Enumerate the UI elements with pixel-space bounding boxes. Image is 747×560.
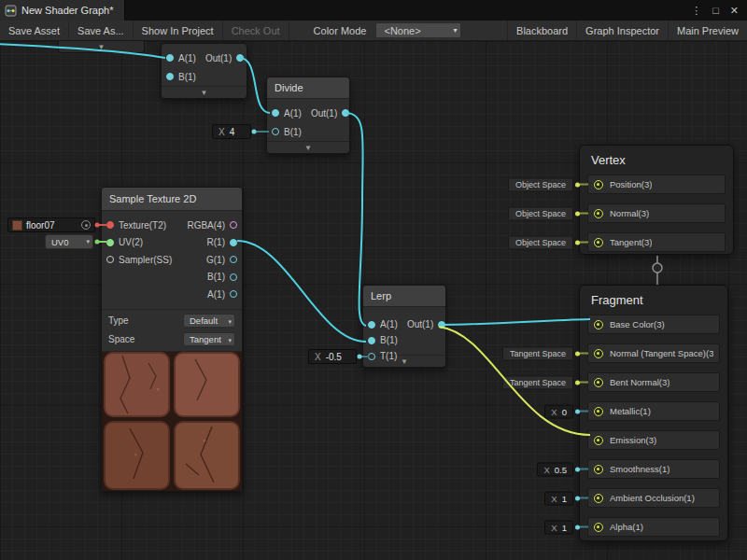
block-title: Vertex [580, 146, 733, 171]
show-in-project-button[interactable]: Show In Project [134, 21, 223, 40]
space-dropdown[interactable]: Object Space [508, 235, 573, 249]
object-picker-icon[interactable] [81, 220, 91, 230]
maximize-icon[interactable]: □ [712, 5, 719, 16]
port-tangent[interactable] [594, 238, 603, 247]
space-dropdown[interactable]: Tangent▾ [183, 332, 235, 346]
node-title[interactable]: Sample Texture 2D [102, 188, 242, 211]
row-label: Emission(3) [610, 435, 656, 445]
blackboard-toggle-button[interactable]: Blackboard [507, 21, 576, 40]
node-partial-top[interactable]: A(1) B(1) Out(1) ▼ [161, 43, 247, 99]
vertex-block[interactable]: Vertex Object Space Position(3) Object S… [579, 145, 734, 255]
wire-lerp-to-basecolor[interactable] [439, 319, 590, 325]
node-title[interactable]: Divide [267, 77, 349, 99]
vertex-row-position[interactable]: Object Space Position(3) [587, 175, 726, 194]
chevron-down-icon: ▾ [228, 334, 232, 346]
smoothness-value-field[interactable]: X0.5 [537, 462, 573, 476]
input-port-b[interactable] [368, 337, 375, 344]
output-port-a[interactable] [230, 290, 237, 298]
block-connector-handle[interactable] [653, 263, 662, 273]
wire-sample-r-to-lerp[interactable] [237, 241, 366, 342]
node-collapse-chevron[interactable]: ▼ [267, 141, 349, 153]
space-dropdown[interactable]: Object Space [508, 177, 573, 191]
fragment-row-smoothness[interactable]: X0.5 Smoothness(1) [587, 459, 720, 479]
input-port-a[interactable] [272, 109, 279, 117]
port-alpha[interactable] [594, 523, 603, 532]
input-port-a[interactable] [166, 54, 174, 62]
divide-b-field-dot [252, 130, 257, 134]
port-ambient-occlusion[interactable] [594, 494, 603, 503]
output-port-r[interactable] [230, 239, 237, 246]
chevron-down-icon: ▾ [453, 26, 457, 35]
port-position[interactable] [594, 180, 603, 189]
field-value[interactable]: 0.5 [555, 464, 567, 474]
fragment-row-ambient-occlusion[interactable]: X1 Ambient Occlusion(1) [587, 488, 720, 508]
divide-b-value-field[interactable]: X 4 [212, 124, 251, 139]
field-value[interactable]: 0 [562, 406, 567, 416]
fragment-row-normal[interactable]: Tangent Space Normal (Tangent Space)(3) [587, 343, 720, 363]
fragment-row-alpha[interactable]: X1 Alpha(1) [587, 517, 720, 537]
output-port-b[interactable] [230, 273, 237, 281]
fragment-block[interactable]: Fragment Base Color(3) Tangent Space Nor… [579, 285, 728, 541]
lerp-t-value-field[interactable]: X -0.5 [308, 349, 357, 364]
node-divide[interactable]: Divide A(1) B(1) Out(1) ▼ [266, 77, 350, 154]
texture-thumbnail [12, 220, 22, 231]
metallic-value-field[interactable]: X0 [544, 404, 573, 418]
port-emission[interactable] [594, 436, 603, 445]
fragment-row-bent-normal[interactable]: Tangent Space Bent Normal(3) [587, 372, 720, 392]
ambient-occlusion-value-field[interactable]: X1 [544, 491, 573, 505]
close-icon[interactable]: ✕ [730, 5, 739, 17]
node-collapse-chevron[interactable]: ▼ [162, 86, 247, 98]
title-bar: New Shader Graph* ⋮ □ ✕ [0, 0, 747, 21]
color-mode-dropdown[interactable]: <None> ▾ [375, 22, 461, 38]
input-port-t[interactable] [368, 353, 375, 360]
output-port-g[interactable] [230, 256, 237, 263]
row-label: Ambient Occlusion(1) [610, 493, 695, 503]
chevron-down-icon: ▾ [228, 315, 232, 328]
fragment-row-emission[interactable]: Emission(3) [587, 430, 720, 450]
node-title[interactable]: Lerp [363, 286, 445, 307]
save-as-button[interactable]: Save As... [69, 21, 134, 40]
main-preview-toggle-button[interactable]: Main Preview [668, 21, 747, 40]
texture-object-field[interactable]: floor07 [7, 217, 95, 232]
space-dropdown[interactable]: Tangent Space [502, 375, 573, 389]
fragment-row-base-color[interactable]: Base Color(3) [587, 315, 720, 334]
check-out-button: Check Out [223, 21, 289, 40]
row-label: Base Color(3) [610, 319, 665, 329]
input-port-b[interactable] [272, 128, 279, 135]
space-label: Space [108, 334, 134, 344]
node-sample-texture-2d[interactable]: Sample Texture 2D Texture(T2) UV(2) Samp… [101, 187, 243, 492]
document-tab[interactable]: New Shader Graph* [0, 0, 125, 21]
vertex-row-normal[interactable]: Object Space Normal(3) [587, 203, 726, 223]
port-normal-tangent-space[interactable] [594, 349, 603, 358]
space-value: Object Space [515, 209, 566, 218]
input-port-b[interactable] [166, 73, 174, 80]
field-value[interactable]: 1 [562, 493, 567, 503]
collapsed-node-edge[interactable]: ▼ [58, 41, 145, 53]
save-asset-button[interactable]: Save Asset [0, 21, 69, 40]
field-value[interactable]: 4 [230, 127, 235, 137]
input-port-sampler[interactable] [106, 256, 114, 263]
vertex-row-tangent[interactable]: Object Space Tangent(3) [587, 232, 726, 252]
fragment-row-metallic[interactable]: X0 Metallic(1) [587, 401, 720, 421]
alpha-value-field[interactable]: X1 [544, 520, 573, 534]
uv-channel-dropdown[interactable]: UV0 ▾ [45, 234, 93, 249]
port-metallic[interactable] [594, 407, 603, 416]
port-bent-normal[interactable] [594, 378, 603, 387]
port-normal[interactable] [594, 209, 603, 218]
node-lerp[interactable]: Lerp A(1) B(1) T(1) Out(1) ▼ [362, 285, 446, 368]
port-base-color[interactable] [594, 320, 603, 329]
graph-inspector-toggle-button[interactable]: Graph Inspector [576, 21, 668, 40]
field-value[interactable]: 1 [562, 522, 567, 532]
field-value[interactable]: -0.5 [326, 352, 342, 362]
port-smoothness[interactable] [594, 465, 603, 474]
graph-canvas[interactable]: ▼ A(1) B(1) Out(1) ▼ Divide A(1) B(1) Ou… [0, 41, 747, 560]
space-dropdown[interactable]: Object Space [508, 206, 573, 220]
output-port-rgba[interactable] [230, 221, 237, 229]
window-menu-icon[interactable]: ⋮ [691, 5, 701, 17]
type-dropdown[interactable]: Default▾ [183, 314, 235, 328]
input-port-a[interactable] [368, 321, 375, 329]
space-dropdown[interactable]: Tangent Space [502, 346, 573, 360]
port-label: UV(2) [119, 237, 143, 247]
texture-field-connector-dot [95, 223, 100, 228]
field-axis-label: X [551, 493, 557, 503]
